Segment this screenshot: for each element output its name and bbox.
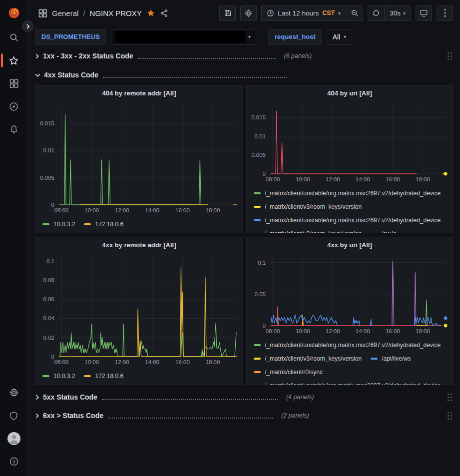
more-options-button[interactable] — [437, 5, 453, 21]
svg-text:16:00: 16:00 — [175, 207, 190, 213]
legend-item[interactable]: /_matrix/client/unstable/org.matrix.msc2… — [254, 186, 441, 200]
refresh-interval-dropdown[interactable]: 30s ▾ — [385, 5, 411, 21]
svg-text:0.06: 0.06 — [43, 296, 54, 302]
sidebar-item-profile[interactable] — [0, 427, 28, 450]
save-dashboard-button[interactable] — [219, 5, 236, 21]
svg-text:0.05: 0.05 — [255, 291, 266, 297]
row-title: 4xx Status Code — [44, 71, 98, 79]
legend-item[interactable]: /api/live/ws — [371, 352, 411, 365]
request-host-variable-dropdown[interactable]: All ▾ — [327, 29, 353, 45]
legend-swatch — [254, 219, 261, 221]
row-header-6xx[interactable]: 6xx > Status Code (2 panels) — [35, 408, 453, 423]
legend-swatch — [254, 192, 261, 194]
legend-item[interactable]: /_matrix/client/v3/room_keys/version — [254, 352, 362, 365]
main-area: General / NGINX PROXY Last 12 hours C — [28, 0, 460, 476]
time-series-chart[interactable]: 08:0010:0012:0014:0016:0018:0000.0050.01… — [247, 100, 453, 184]
chevron-right-icon — [35, 395, 39, 400]
help-icon: ? — [9, 457, 19, 467]
panel-legend: 10.0.3.2172.18.0.6 — [35, 215, 243, 233]
breadcrumb-section[interactable]: General — [52, 9, 78, 17]
share-icon[interactable] — [160, 9, 168, 17]
breadcrumb-dashboard-title[interactable]: NGINX PROXY — [90, 9, 142, 17]
panel-title[interactable]: 4xx by uri [All] — [247, 237, 453, 252]
collapsed-rows: 5xx Status Code (4 panels) 6xx > Status … — [35, 390, 453, 423]
star-filled-icon[interactable] — [146, 8, 155, 17]
sidebar-item-alerting[interactable] — [0, 118, 28, 141]
panel-title[interactable]: 4xx by remote addr [All] — [35, 237, 243, 252]
chevron-down-icon: ▾ — [338, 10, 341, 16]
legend-item[interactable]: 10.0.3.2 — [42, 217, 75, 231]
legend-item[interactable]: 10.0.3.2 — [42, 369, 75, 383]
svg-text:18:00: 18:00 — [206, 359, 220, 365]
legend-label: 172.18.0.6 — [95, 221, 123, 228]
legend-item[interactable]: /_matrix/client/unstable/org.matrix.msc2… — [254, 338, 441, 352]
svg-text:0: 0 — [51, 202, 54, 208]
time-range-picker[interactable]: Last 12 hours CST ▾ — [261, 5, 346, 21]
dashboards-grid-icon — [9, 78, 19, 88]
tv-mode-button[interactable] — [416, 5, 432, 21]
dotted-leader — [102, 395, 278, 400]
sidebar-item-help[interactable]: ? — [0, 450, 28, 473]
legend-swatch — [371, 233, 378, 233]
row-drag-handle[interactable] — [447, 51, 453, 61]
person-icon — [7, 432, 20, 445]
gear-icon — [244, 9, 253, 17]
legend-item[interactable]: /_matrix/client/v3/room_keys/version — [254, 200, 362, 213]
legend-item[interactable]: 172.18.0.6 — [84, 369, 123, 383]
sidebar-item-starred[interactable] — [0, 49, 28, 72]
panel-title[interactable]: 404 by remote addr [All] — [35, 85, 243, 100]
panel-404-by-remote-addr: 404 by remote addr [All] 08:0010:0012:00… — [35, 85, 243, 233]
row-drag-handle[interactable] — [447, 393, 453, 402]
datasource-variable-label[interactable]: DS_PROMETHEUS — [35, 29, 106, 45]
row-header-1xx[interactable]: 1xx - 3xx - 2xx Status Code (6 panels) — [35, 48, 453, 63]
apps-grid-icon[interactable] — [38, 8, 47, 18]
time-series-chart[interactable]: 08:0010:0012:0014:0016:0018:0000.020.040… — [35, 252, 243, 367]
panel-legend: /_matrix/client/unstable/org.matrix.msc2… — [247, 184, 453, 233]
dashboard-settings-button[interactable] — [240, 5, 257, 21]
row-header-4xx[interactable]: 4xx Status Code — [35, 67, 453, 82]
sidebar-item-configuration[interactable] — [0, 381, 28, 404]
legend-swatch — [371, 358, 378, 360]
datasource-variable-dropdown[interactable]: ▾ — [111, 29, 255, 45]
legend-item[interactable]: /_matrix/client/unstable/org.matrix.msc2… — [254, 213, 441, 227]
legend-item[interactable]: /_matrix/client/v3/room_keys/version — [254, 227, 362, 233]
sidebar-item-dashboards[interactable] — [0, 72, 28, 95]
row-panel-count: (6 panels) — [284, 52, 312, 59]
sidebar-expand-button[interactable] — [22, 20, 33, 32]
request-host-variable-value: All — [333, 33, 341, 41]
chevron-down-icon: ▾ — [403, 10, 406, 16]
zoom-out-button[interactable] — [346, 5, 363, 21]
time-series-chart[interactable]: 08:0010:0012:0014:0016:0018:0000.050.1 — [247, 252, 453, 336]
sidebar-item-server-admin[interactable] — [0, 404, 28, 427]
refresh-interval-value: 30s — [390, 9, 401, 17]
svg-text:08:00: 08:00 — [54, 207, 69, 213]
svg-text:16:00: 16:00 — [386, 328, 400, 334]
sidebar-item-explore[interactable] — [0, 95, 28, 118]
grafana-app: ? General / NGINX PROXY — [0, 0, 460, 476]
legend-item[interactable]: 172.18.0.6 — [84, 217, 123, 231]
gear-icon — [9, 388, 19, 398]
refresh-button[interactable] — [368, 5, 385, 21]
time-range-label: Last 12 hours — [278, 9, 319, 17]
panel-title[interactable]: 404 by uri [All] — [247, 85, 453, 100]
chevron-right-icon — [35, 53, 39, 59]
legend-item[interactable]: /_matrix/client/unstable/org.matrix.msc2… — [254, 379, 441, 385]
legend-item[interactable]: /sw.js — [371, 227, 396, 233]
legend-swatch — [254, 233, 261, 233]
svg-text:0.1: 0.1 — [258, 260, 266, 266]
panel-4xx-by-remote-addr: 4xx by remote addr [All] 08:0010:0012:00… — [35, 237, 243, 385]
time-series-chart[interactable]: 08:0010:0012:0014:0016:0018:0000.0050.01… — [35, 100, 243, 215]
svg-text:16:00: 16:00 — [386, 176, 400, 182]
svg-text:0.01: 0.01 — [43, 147, 54, 153]
variables-bar: DS_PROMETHEUS ▾ request_host All ▾ — [28, 26, 460, 47]
legend-swatch — [254, 358, 261, 360]
dotted-leader — [138, 53, 276, 59]
chevron-down-icon: ▾ — [248, 34, 251, 39]
row-header-5xx[interactable]: 5xx Status Code (4 panels) — [35, 390, 453, 405]
row-drag-handle[interactable] — [447, 411, 453, 421]
datasource-variable-value-redacted — [115, 31, 245, 43]
request-host-variable-label[interactable]: request_host — [268, 29, 322, 45]
svg-text:12:00: 12:00 — [115, 207, 129, 213]
legend-item[interactable]: /_matrix/client/r0/sync — [254, 365, 323, 379]
legend-label: /_matrix/client/v3/room_keys/version — [265, 230, 362, 233]
